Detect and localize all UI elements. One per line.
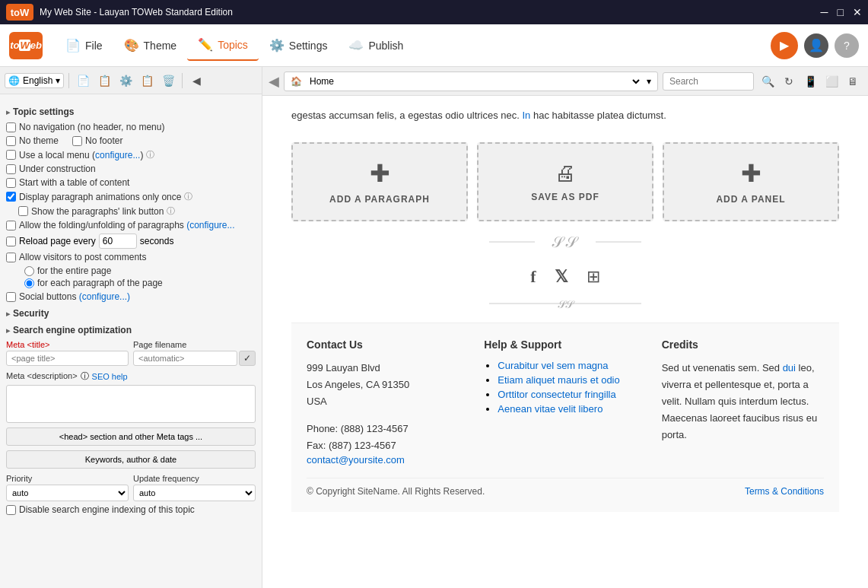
footer-contact-fax: Fax: (887) 123-4567	[307, 437, 469, 454]
add-paragraph-card[interactable]: ✚ ADD A PARAGRAPH	[291, 142, 468, 221]
page-filename-label: Page filename	[133, 340, 256, 349]
new-page-button[interactable]: 📄	[74, 72, 92, 90]
help-button[interactable]: ?	[835, 33, 859, 58]
add-panel-card[interactable]: ✚ ADD A PANEL	[663, 142, 839, 221]
social-configure-link[interactable]: (configure...)	[79, 291, 130, 302]
footer-credits-col: Credits Sed ut venenatis sem. Sed dui le…	[662, 338, 824, 466]
checkbox-disable-indexing: Disable search engine indexing of this t…	[6, 504, 256, 515]
footer-contact-email-link[interactable]: contact@yoursite.com	[307, 454, 405, 466]
radio-entire-page-input[interactable]	[24, 266, 34, 276]
duplicate-button[interactable]: 📋	[95, 72, 113, 90]
allow-folding-checkbox[interactable]	[6, 221, 16, 230]
play-button[interactable]: ▶	[771, 32, 798, 59]
browser-desktop-button[interactable]: 🖥	[844, 72, 862, 91]
settings-icon: ⚙️	[269, 38, 285, 52]
menu-item-topics[interactable]: ✏️ Topics	[187, 30, 259, 61]
footer-help-title: Help & Support	[484, 338, 646, 351]
seo-help-link[interactable]: SEO help	[92, 372, 128, 381]
reload-seconds-label: seconds	[140, 236, 174, 246]
menu-item-publish[interactable]: ☁️ Publish	[338, 30, 414, 61]
facebook-icon[interactable]: f	[530, 267, 536, 287]
configure-link[interactable]: configure...	[95, 150, 140, 161]
menu-label-file: File	[85, 40, 103, 52]
language-label: English	[23, 75, 52, 86]
page-filename-field: Page filename ✓	[133, 340, 256, 366]
meta-desc-textarea[interactable]	[6, 385, 256, 423]
help-link-1[interactable]: Curabitur vel sem magna	[498, 360, 608, 371]
priority-select[interactable]: auto	[6, 485, 129, 501]
reload-seconds-input[interactable]	[99, 234, 137, 249]
menu-item-settings[interactable]: ⚙️ Settings	[259, 30, 339, 61]
twitter-icon[interactable]: 𝕏	[555, 267, 568, 287]
disable-indexing-checkbox[interactable]	[6, 505, 16, 515]
footer-terms-link[interactable]: Terms & Conditions	[745, 486, 824, 497]
frequency-field: Update frequency auto	[133, 474, 256, 501]
menu-item-theme[interactable]: 🎨 Theme	[113, 30, 188, 61]
page-selector[interactable]: Home	[307, 75, 642, 87]
browser-icons: 🔍 ↻ 📱 ⬜ 🖥	[758, 72, 862, 91]
radio-each-paragraph-input[interactable]	[24, 278, 34, 288]
no-theme-label: No theme	[19, 135, 59, 146]
table-of-content-checkbox[interactable]	[6, 178, 16, 188]
social-buttons-checkbox[interactable]	[6, 292, 16, 302]
page-filename-input[interactable]	[133, 351, 237, 366]
meta-title-input[interactable]	[6, 351, 129, 366]
credits-link[interactable]: dui	[783, 362, 796, 373]
frequency-select[interactable]: auto	[133, 485, 256, 501]
under-construction-checkbox[interactable]	[6, 164, 16, 174]
delete-button[interactable]: 🗑️	[159, 72, 177, 90]
browser-bar: ◀ 🏠 Home ▾ 🔍 ↻ 📱 ⬜ 🖥	[262, 67, 868, 96]
browser-mobile-button[interactable]: 📱	[801, 72, 819, 91]
no-footer-checkbox[interactable]	[72, 136, 82, 146]
keywords-button[interactable]: Keywords, author & date	[6, 450, 256, 469]
paragraph-animations-info-icon[interactable]: ⓘ	[184, 191, 192, 202]
topics-icon: ✏️	[198, 37, 213, 52]
close-button[interactable]: ✕	[853, 6, 862, 18]
no-theme-checkbox[interactable]	[6, 136, 16, 146]
paragraph-animations-checkbox[interactable]	[6, 192, 16, 202]
browser-tablet-button[interactable]: ⬜	[822, 72, 841, 91]
head-section-button[interactable]: <head> section and other Meta tags ...	[6, 427, 256, 446]
menu-item-file[interactable]: 📄 File	[55, 30, 113, 61]
maximize-button[interactable]: □	[838, 6, 844, 18]
show-link-button-checkbox[interactable]	[18, 206, 28, 216]
priority-field: Priority auto	[6, 474, 129, 501]
svg-text:𝒮𝒮: 𝒮𝒮	[552, 234, 579, 250]
reload-checkbox[interactable]	[6, 237, 16, 246]
show-link-info-icon[interactable]: ⓘ	[167, 205, 175, 217]
language-globe-icon: 🌐	[8, 75, 20, 86]
page-filename-check-button[interactable]: ✓	[239, 351, 256, 366]
save-pdf-label: SAVE AS PDF	[531, 192, 599, 202]
local-menu-info-icon[interactable]: ⓘ	[146, 149, 154, 161]
url-bar: 🏠 Home ▾	[284, 72, 658, 91]
footer-contact-col: Contact Us 999 Lauyan Blvd Los Angeles, …	[307, 338, 469, 466]
footer-help-links: Curabitur vel sem magna Etiam aliquet ma…	[484, 360, 646, 415]
titlebar-logo: toW	[6, 4, 33, 21]
save-as-pdf-card[interactable]: 🖨 SAVE AS PDF	[477, 142, 653, 221]
back-arrow-button[interactable]: ◀	[187, 72, 205, 90]
browser-search-button[interactable]: 🔍	[758, 72, 777, 91]
copy-button[interactable]: 📋	[138, 72, 156, 90]
language-selector[interactable]: 🌐 English ▾	[5, 73, 64, 88]
windows-icon[interactable]: ⊞	[587, 267, 600, 287]
help-link-2[interactable]: Etiam aliquet mauris et odio	[498, 374, 619, 386]
browser-back-button[interactable]: ◀	[269, 73, 279, 90]
preview-search-input[interactable]	[663, 72, 754, 91]
preview-intro-link[interactable]: In	[523, 110, 531, 121]
svg-text:𝒮𝒮: 𝒮𝒮	[558, 299, 575, 310]
settings-btn[interactable]: ⚙️	[116, 72, 135, 90]
title-logo-box: toW	[6, 4, 33, 21]
allow-comments-checkbox[interactable]	[6, 253, 16, 262]
no-nav-checkbox[interactable]	[6, 122, 16, 132]
help-link-3[interactable]: Orttitor consectetur fringilla	[498, 389, 615, 400]
local-menu-checkbox[interactable]	[6, 150, 16, 160]
account-button[interactable]: 👤	[804, 33, 828, 58]
browser-refresh-button[interactable]: ↻	[780, 72, 798, 91]
meta-title-field: Meta <title>	[6, 340, 129, 366]
meta-desc-info-icon[interactable]: ⓘ	[81, 370, 89, 382]
minimize-button[interactable]: ─	[821, 6, 828, 18]
help-link-4[interactable]: Aenean vitae velit libero	[498, 403, 603, 415]
security-title: Security	[6, 308, 256, 319]
theme-icon: 🎨	[124, 38, 139, 52]
folding-configure-link[interactable]: (configure...	[186, 220, 234, 230]
